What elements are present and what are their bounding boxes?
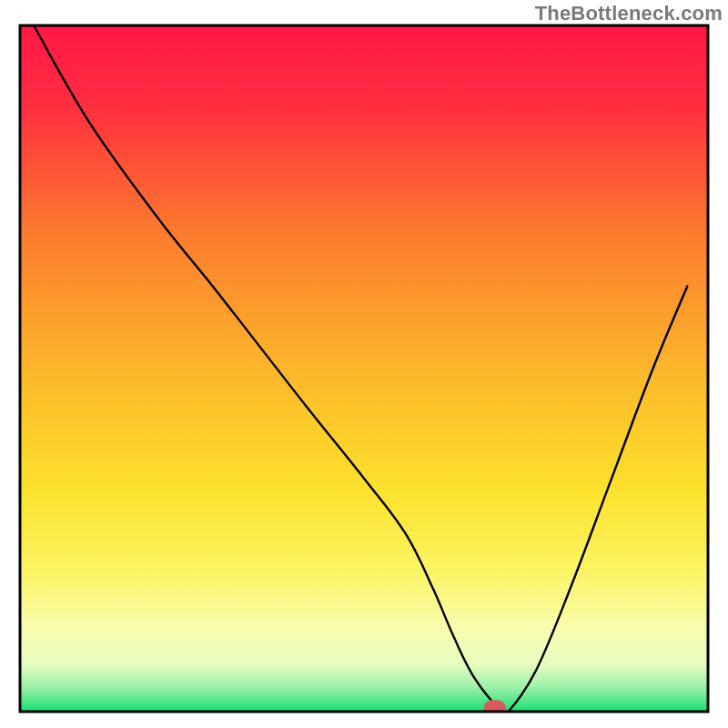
bottleneck-chart	[0, 0, 728, 728]
target-pill-marker	[484, 700, 506, 716]
watermark-label: TheBottleneck.com	[535, 2, 723, 25]
gradient-background	[20, 25, 708, 712]
chart-container: TheBottleneck.com	[0, 0, 728, 728]
